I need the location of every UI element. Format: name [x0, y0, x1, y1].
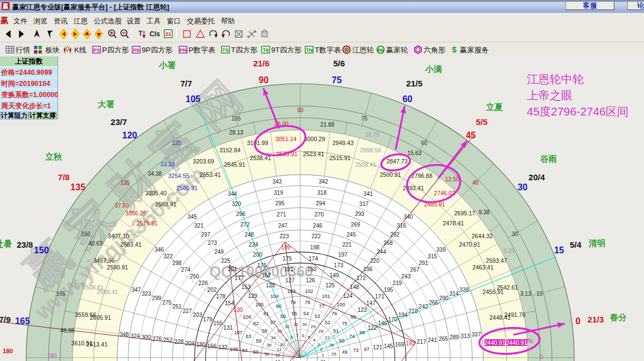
svg-text:272: 272 — [241, 222, 250, 228]
svg-text:3559.66: 3559.66 — [75, 311, 97, 318]
svg-text:156: 156 — [207, 343, 217, 349]
svg-text:249: 249 — [214, 249, 224, 255]
svg-text:51: 51 — [333, 328, 339, 334]
svg-text:196: 196 — [363, 266, 373, 272]
svg-text:82: 82 — [253, 321, 258, 326]
svg-text:26: 26 — [329, 343, 334, 348]
svg-text:318: 318 — [318, 190, 327, 196]
svg-text:33: 33 — [277, 329, 282, 334]
svg-text:23/7: 23/7 — [110, 117, 127, 127]
svg-text:3457.96: 3457.96 — [93, 257, 114, 264]
svg-text:2568.41: 2568.41 — [155, 201, 176, 208]
svg-text:250: 250 — [190, 273, 199, 280]
svg-text:317: 317 — [359, 201, 369, 207]
svg-text:221: 221 — [342, 242, 352, 248]
svg-text:56: 56 — [280, 314, 286, 319]
svg-text:314: 314 — [449, 291, 459, 297]
svg-text:31: 31 — [294, 322, 299, 327]
svg-text:45度2796-2746区间: 45度2796-2746区间 — [527, 105, 628, 118]
svg-text:21: 21 — [165, 31, 171, 37]
svg-text:21/5: 21/5 — [406, 79, 422, 88]
svg-text:5/6: 5/6 — [333, 59, 345, 68]
svg-text:46.88: 46.88 — [60, 328, 74, 334]
svg-text:0: 0 — [575, 316, 580, 326]
svg-text:125: 125 — [325, 282, 335, 288]
svg-text:146: 146 — [378, 320, 387, 326]
svg-text:江恩轮中轮: 江恩轮中轮 — [527, 73, 584, 85]
svg-text:31.25: 31.25 — [186, 146, 200, 152]
svg-text:241: 241 — [428, 337, 438, 343]
svg-text:57: 57 — [270, 320, 276, 325]
svg-text:123: 123 — [358, 307, 367, 313]
svg-text:15: 15 — [536, 291, 543, 297]
svg-text:218: 218 — [408, 308, 418, 314]
svg-text:2508.41: 2508.41 — [355, 161, 376, 168]
svg-text:T: T — [138, 30, 143, 37]
svg-text:217: 217 — [417, 339, 426, 345]
svg-text:204: 204 — [185, 340, 195, 346]
svg-text:32: 32 — [285, 324, 290, 329]
svg-text:73: 73 — [353, 348, 358, 353]
svg-text:150: 150 — [81, 231, 90, 237]
svg-text:322: 322 — [164, 253, 173, 259]
svg-text:313: 313 — [460, 333, 470, 339]
svg-text:2470.91: 2470.91 — [459, 241, 480, 248]
svg-text:171: 171 — [375, 293, 385, 300]
svg-text:135: 135 — [121, 180, 130, 186]
svg-text:219: 219 — [392, 280, 402, 286]
svg-text:小满: 小满 — [425, 64, 442, 74]
svg-text:45: 45 — [472, 180, 479, 186]
svg-text:21/6: 21/6 — [253, 59, 270, 68]
svg-text:50: 50 — [339, 338, 344, 344]
svg-text:2590.91: 2590.91 — [107, 264, 128, 271]
svg-text:104: 104 — [270, 293, 278, 299]
svg-text:3305.40: 3305.40 — [146, 190, 167, 196]
svg-text:155: 155 — [213, 320, 223, 326]
svg-text:大署: 大署 — [98, 99, 114, 109]
svg-text:180: 180 — [196, 341, 206, 348]
svg-text:2523.41: 2523.41 — [303, 151, 324, 157]
svg-text:7/9: 7/9 — [0, 315, 11, 324]
svg-text:9: 9 — [285, 338, 288, 343]
svg-text:5/5: 5/5 — [476, 117, 488, 127]
svg-text:27: 27 — [325, 335, 330, 340]
svg-text:2: 2 — [320, 347, 323, 352]
svg-text:348: 348 — [119, 331, 129, 338]
svg-text:103: 103 — [287, 288, 296, 294]
svg-text:TN: TN — [306, 47, 313, 53]
svg-text:79: 79 — [290, 300, 296, 305]
svg-text:3000.29: 3000.29 — [304, 136, 325, 142]
svg-text:35: 35 — [266, 343, 271, 348]
svg-text:75: 75 — [332, 75, 342, 85]
svg-text:154: 154 — [225, 300, 234, 306]
svg-text:45: 45 — [466, 131, 476, 140]
svg-text:323: 323 — [142, 291, 151, 297]
svg-text:153: 153 — [241, 284, 251, 290]
svg-text:98: 98 — [359, 330, 365, 335]
svg-text:15: 15 — [554, 246, 564, 255]
svg-text:2478.41: 2478.41 — [443, 220, 464, 227]
svg-text:97: 97 — [364, 346, 369, 352]
svg-text:321: 321 — [194, 223, 204, 229]
svg-text:151: 151 — [284, 266, 294, 272]
svg-text:294: 294 — [316, 200, 325, 206]
svg-text:53: 53 — [315, 314, 320, 319]
svg-text:269: 269 — [351, 222, 361, 228]
svg-text:上帝之眼: 上帝之眼 — [527, 89, 573, 102]
svg-text:谷雨: 谷雨 — [540, 154, 557, 163]
svg-text:107: 107 — [234, 330, 242, 335]
svg-text:145: 145 — [384, 343, 393, 349]
svg-text:274: 274 — [181, 267, 190, 273]
svg-text:226: 226 — [199, 280, 208, 286]
svg-text:Big: Big — [377, 48, 383, 52]
svg-text:90: 90 — [297, 107, 304, 113]
svg-text:227: 227 — [182, 308, 192, 314]
svg-text:299: 299 — [152, 295, 161, 301]
svg-text:341: 341 — [363, 191, 373, 197]
svg-text:247: 247 — [278, 223, 287, 229]
svg-text:228: 228 — [174, 339, 184, 345]
svg-text:99: 99 — [350, 314, 356, 320]
svg-text:222: 222 — [311, 233, 321, 239]
svg-text:37.50: 37.50 — [115, 203, 129, 209]
svg-text:105: 105 — [255, 302, 263, 307]
